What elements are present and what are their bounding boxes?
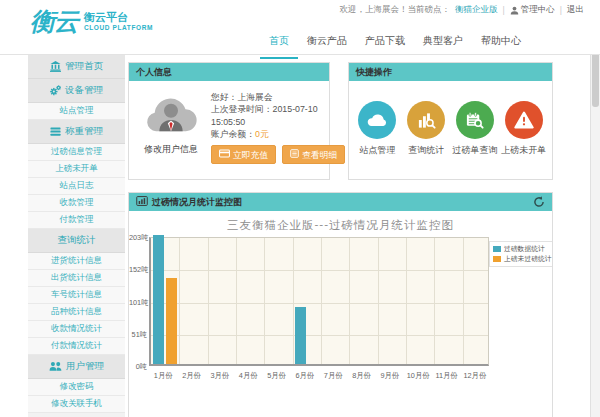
logo-title: 衡云平台 bbox=[84, 11, 153, 24]
bank-icon bbox=[50, 61, 61, 72]
edition-link[interactable]: 衡猫企业版 bbox=[455, 4, 498, 16]
nav-item[interactable]: 首页 bbox=[260, 27, 298, 59]
legend-item[interactable]: 上磅未过磅统计 bbox=[493, 254, 552, 264]
sidebar-section[interactable]: 管理首页 bbox=[28, 55, 125, 79]
sidebar-item[interactable]: 站点日志 bbox=[28, 178, 125, 195]
gridline-horizontal bbox=[151, 303, 488, 304]
quick-action[interactable]: 查询统计 bbox=[403, 101, 449, 156]
nav-item[interactable]: 衡云产品 bbox=[298, 27, 356, 59]
gridline-vertical bbox=[378, 238, 379, 364]
warning-icon bbox=[505, 101, 543, 139]
logout-link[interactable]: 退出 bbox=[567, 4, 584, 16]
sidebar-item[interactable]: 收款管理 bbox=[28, 195, 125, 212]
sidebar-section[interactable]: 用户管理 bbox=[28, 355, 125, 379]
sidebar-label: 收款情况统计 bbox=[51, 323, 102, 335]
x-axis-label: 11月份 bbox=[433, 371, 461, 381]
separator: | bbox=[560, 5, 562, 15]
chart-title: 三友衡猫企业版---过磅情况月统计监控图 bbox=[129, 218, 552, 233]
view-details-button-label: 查看明细 bbox=[302, 149, 337, 161]
x-axis-label: 9月份 bbox=[376, 371, 404, 381]
greeting-text: 您好：上海展会 bbox=[211, 91, 324, 103]
nav-item[interactable]: 产品下载 bbox=[356, 27, 414, 59]
admin-center-link[interactable]: 管理中心 bbox=[510, 4, 555, 16]
sidebar-item[interactable]: 出货统计信息 bbox=[28, 270, 125, 287]
gridline-vertical bbox=[349, 238, 350, 364]
x-axis-label: 12月份 bbox=[461, 371, 489, 381]
nav-item[interactable]: 帮助中心 bbox=[472, 27, 530, 59]
sidebar-label: 修改密码 bbox=[60, 381, 94, 393]
sidebar-label: 上磅未开单 bbox=[55, 163, 98, 175]
x-axis-label: 7月份 bbox=[319, 371, 347, 381]
sidebar-item[interactable]: 付款情况统计 bbox=[28, 338, 125, 355]
panel-title: 个人信息 bbox=[136, 66, 172, 79]
recharge-button-label: 立即充值 bbox=[233, 149, 268, 161]
sidebar-section[interactable]: 设备管理 bbox=[28, 79, 125, 103]
user-icon bbox=[510, 6, 519, 15]
view-details-button[interactable]: 查看明细 bbox=[282, 145, 345, 164]
y-axis-label: 51吨 bbox=[129, 330, 147, 340]
quick-actions-body: 站点管理查询统计过磅单查询上磅未开单 bbox=[349, 81, 552, 180]
topbar: 衡云 衡云平台 CLOUD PLATFORM 欢迎，上海展会！当前磅点： 衡猫企… bbox=[0, 0, 600, 55]
y-axis-label: 203吨 bbox=[129, 233, 147, 243]
gridline-horizontal bbox=[151, 335, 488, 336]
sidebar-label: 站点管理 bbox=[60, 105, 94, 117]
sidebar-item[interactable]: 上磅未开单 bbox=[28, 161, 125, 178]
legend-item[interactable]: 过磅数据统计 bbox=[493, 244, 552, 254]
chart-bar bbox=[295, 307, 306, 364]
chart-bar bbox=[166, 278, 177, 364]
sidebar-item[interactable]: 站点管理 bbox=[28, 103, 125, 120]
sidebar-label: 过磅信息管理 bbox=[51, 146, 102, 158]
chart-body: 三友衡猫企业版---过磅情况月统计监控图 过磅数据统计上磅未过磅统计 0吨51吨… bbox=[129, 211, 552, 417]
gridline-vertical bbox=[434, 238, 435, 364]
list-detail-icon bbox=[290, 149, 299, 161]
edit-user-info-link[interactable]: 修改用户信息 bbox=[133, 143, 209, 156]
sidebar-section[interactable]: 称重管理 bbox=[28, 120, 125, 144]
gridline-vertical bbox=[179, 238, 180, 364]
sidebar-item[interactable]: 过磅信息管理 bbox=[28, 144, 125, 161]
refresh-icon[interactable] bbox=[533, 196, 545, 208]
legend-label: 过磅数据统计 bbox=[504, 244, 545, 254]
quick-action[interactable]: 上磅未开单 bbox=[501, 101, 547, 156]
account-buttons: 立即充值 查看明细 bbox=[211, 145, 324, 164]
sidebar-section[interactable]: 查询统计 bbox=[28, 229, 125, 253]
sidebar-label: 车号统计信息 bbox=[51, 289, 102, 301]
sidebar-item[interactable]: 修改密码 bbox=[28, 379, 125, 396]
y-axis-label: 0吨 bbox=[129, 362, 147, 372]
sidebar-label: 用户管理 bbox=[66, 360, 104, 373]
quick-action-label: 过磅单查询 bbox=[452, 145, 498, 156]
quick-action-label: 站点管理 bbox=[354, 145, 400, 156]
personal-info-panel: 个人信息 修改用户信息 您好：上海展会 上次登录时间：2015-07-10 15… bbox=[128, 62, 330, 180]
cloud-icon bbox=[358, 101, 396, 139]
chart-legend: 过磅数据统计上磅未过磅统计 bbox=[489, 241, 552, 267]
personal-info-body: 修改用户信息 您好：上海展会 上次登录时间：2015-07-10 15:05:5… bbox=[129, 81, 329, 180]
sidebar-item[interactable]: 进货统计信息 bbox=[28, 253, 125, 270]
x-axis-label: 4月份 bbox=[234, 371, 262, 381]
scrollbar[interactable] bbox=[590, 0, 600, 417]
welcome-text: 欢迎，上海展会！当前磅点： bbox=[340, 4, 451, 16]
separator: | bbox=[503, 5, 505, 15]
sidebar-item[interactable]: 收款情况统计 bbox=[28, 321, 125, 338]
sidebar-label: 称重管理 bbox=[65, 125, 103, 138]
y-axis-label: 101吨 bbox=[129, 298, 147, 308]
sidebar-item[interactable]: 修改关联手机 bbox=[28, 396, 125, 413]
x-axis-label: 6月份 bbox=[291, 371, 319, 381]
list-icon bbox=[50, 126, 61, 137]
logo[interactable]: 衡云 衡云平台 CLOUD PLATFORM bbox=[30, 9, 153, 34]
sidebar-item[interactable]: 品种统计信息 bbox=[28, 304, 125, 321]
sidebar-label: 收款管理 bbox=[60, 197, 94, 209]
sidebar-item[interactable]: 付款管理 bbox=[28, 212, 125, 229]
quick-action[interactable]: 站点管理 bbox=[354, 101, 400, 156]
balance-text: 账户余额：0元 bbox=[211, 128, 324, 140]
recharge-button[interactable]: 立即充值 bbox=[211, 145, 276, 164]
nav-item[interactable]: 典型客户 bbox=[414, 27, 472, 59]
x-axis-label: 1月份 bbox=[149, 371, 177, 381]
x-axis-label: 10月份 bbox=[404, 371, 432, 381]
quick-action[interactable]: 过磅单查询 bbox=[452, 101, 498, 156]
sidebar-item[interactable]: 车号统计信息 bbox=[28, 287, 125, 304]
admin-center-label: 管理中心 bbox=[521, 4, 555, 16]
personal-info-header: 个人信息 bbox=[129, 63, 329, 81]
balance-value: 0元 bbox=[255, 129, 269, 139]
gridline-vertical bbox=[463, 238, 464, 364]
gears-icon bbox=[50, 85, 61, 96]
gridline-vertical bbox=[321, 238, 322, 364]
